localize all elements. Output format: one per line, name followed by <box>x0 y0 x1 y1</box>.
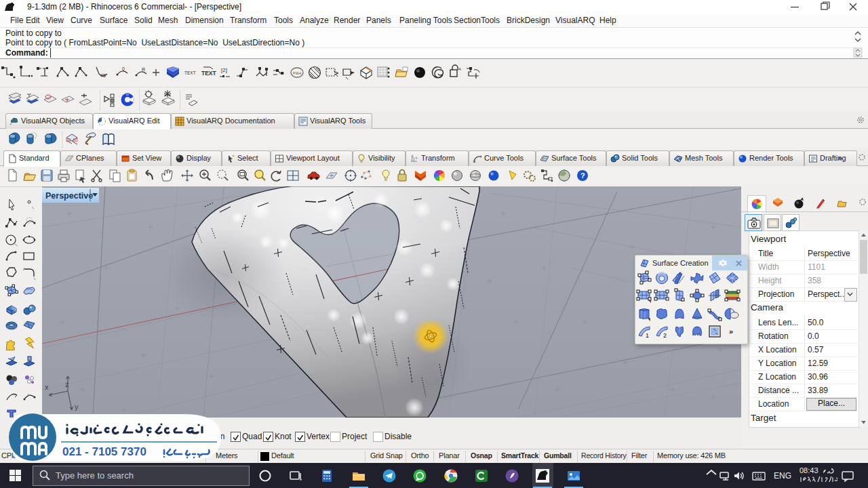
svg-text:A: A <box>458 67 461 71</box>
svg-text:0: 0 <box>122 66 125 71</box>
svg-text:z: z <box>65 380 69 388</box>
svg-text:1: 1 <box>646 332 649 339</box>
svg-text:R: R <box>142 67 145 72</box>
svg-text:2: 2 <box>663 332 667 339</box>
svg-text:Perspective: Perspective <box>45 191 93 201</box>
svg-text:TEXT: TEXT <box>184 70 196 75</box>
svg-text:021 - 7105 7370: 021 - 7105 7370 <box>62 445 146 458</box>
svg-text:»: » <box>729 327 733 336</box>
svg-text:TEXT: TEXT <box>201 70 217 77</box>
svg-text:P&H: P&H <box>293 71 301 75</box>
svg-text:x: x <box>45 383 49 391</box>
svg-text:?: ? <box>580 171 585 180</box>
svg-text:y: y <box>75 403 79 411</box>
svg-text:45: 45 <box>100 73 106 78</box>
svg-text:[2]: [2] <box>221 67 227 73</box>
svg-text:6: 6 <box>545 470 547 474</box>
